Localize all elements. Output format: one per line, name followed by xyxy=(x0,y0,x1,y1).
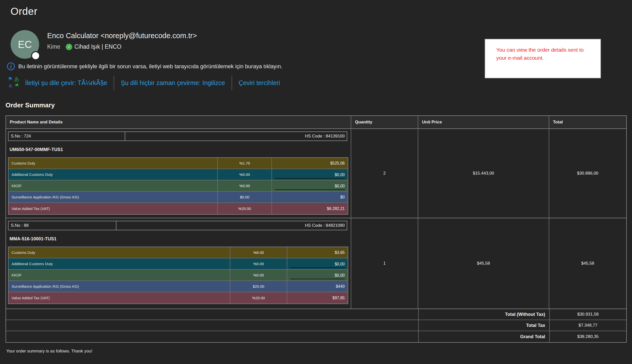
annotation-text: You can view the order details sent to y… xyxy=(496,46,593,62)
translate-message-link[interactable]: İletiyi şu dile çevir: TÃ¼rkÃ§e xyxy=(25,79,107,87)
unit-price-cell: $45,58 xyxy=(418,218,549,309)
tax-row-vat: Value Added Tax (VAT) %20.00 $6.282,21 xyxy=(9,203,348,214)
to-label: Kime xyxy=(47,43,60,50)
column-header-total: Total xyxy=(549,116,626,128)
total-tax-row: Total Tax $7.348,77 xyxy=(6,320,626,331)
grand-total-value: $38.280,35 xyxy=(550,331,626,342)
sno-hs-bar: S.No : 88 HS Code : 84821090 xyxy=(8,221,347,230)
product-details-cell: S.No : 724 HS Code : 84139100 UM650-547-… xyxy=(6,129,351,218)
order-summary-heading: Order Summary xyxy=(6,101,55,109)
divider xyxy=(232,76,232,90)
tax-row-surveillance: Surveillance Application /KG (Gross KG) … xyxy=(9,281,348,292)
tax-row-additional-customs-duty: Additional Customs Duty %0.00 $0,00 xyxy=(9,258,348,270)
table-header-row: Product Name and Details Quantity Unit P… xyxy=(6,116,626,129)
total-tax-label: Total Tax xyxy=(419,320,550,331)
avatar[interactable]: EC xyxy=(11,30,39,59)
info-icon: i xyxy=(7,62,15,70)
tax-row-kkdf: KKDF %0.00 $0,00 xyxy=(9,180,348,192)
unit-price-cell: $15.443,00 xyxy=(418,129,549,218)
product-name: MMA-516-10001-TUS1 xyxy=(10,236,349,242)
hs-code: HS Code : 84821090 xyxy=(116,221,347,230)
product-name: UM650-547-00MMF-TUS1 xyxy=(10,147,349,152)
tax-table: Customs Duty %1.70 $525,06 Additional Cu… xyxy=(8,157,348,215)
order-summary-table: Product Name and Details Quantity Unit P… xyxy=(6,115,627,343)
serial-number: S.No : 724 xyxy=(9,132,125,140)
page-title: Order xyxy=(11,6,37,17)
recipient-name[interactable]: Cihad Işık | ENCO xyxy=(74,43,121,50)
sender-name[interactable]: Enco Calculator <noreply@futurecode.com.… xyxy=(47,32,197,40)
tax-row-additional-customs-duty: Additional Customs Duty %0.00 $0,00 xyxy=(9,169,348,180)
table-row: S.No : 88 HS Code : 84821090 MMA-516-100… xyxy=(6,218,626,309)
footer-note: Your order summary is as follows. Thank … xyxy=(6,349,92,354)
avatar-initials: EC xyxy=(18,39,32,50)
total-without-tax-value: $30.931,58 xyxy=(550,309,626,320)
tax-row-kkdf: KKDF %0.00 $0,00 xyxy=(9,270,348,281)
divider xyxy=(114,76,114,90)
total-tax-value: $7.348,77 xyxy=(550,320,626,331)
grand-total-row: Grand Total $38.280,35 xyxy=(6,331,626,342)
recipient-check-icon: ✓ xyxy=(66,44,72,50)
translate-bar: ⚑ あ a ⚑ İletiyi şu dile çevir: TÃ¼rkÃ§e … xyxy=(7,75,280,91)
hs-code: HS Code : 84139100 xyxy=(125,132,347,140)
view-in-browser-notice[interactable]: i Bu iletinin görüntülenme şekliyle ilgi… xyxy=(7,62,283,70)
column-header-product: Product Name and Details xyxy=(6,116,351,128)
total-without-tax-label: Total (Without Tax) xyxy=(419,309,550,320)
sno-hs-bar: S.No : 724 HS Code : 84139100 xyxy=(8,131,347,141)
translate-icon: ⚑ あ a ⚑ xyxy=(7,76,20,89)
tax-table: Customs Duty %8.00 $3,65 Additional Cust… xyxy=(8,247,348,304)
translation-preferences-link[interactable]: Çeviri tercihleri xyxy=(239,79,280,87)
presence-status-icon xyxy=(31,51,40,60)
quantity-cell: 1 xyxy=(351,218,418,309)
grand-total-label: Grand Total xyxy=(419,331,550,342)
column-header-unit-price: Unit Price xyxy=(418,116,549,128)
total-without-tax-row: Total (Without Tax) $30.931,58 xyxy=(6,309,626,320)
total-cell: $45,58 xyxy=(549,218,626,309)
notice-text: Bu iletinin görüntülenme şekliyle ilgili… xyxy=(18,63,283,70)
never-translate-link[interactable]: Şu dili hiçbir zaman çevirme: Ingilizce xyxy=(121,79,225,87)
tax-row-customs-duty: Customs Duty %1.70 $525,06 xyxy=(9,158,348,169)
table-row: S.No : 724 HS Code : 84139100 UM650-547-… xyxy=(6,129,626,218)
sender-row: EC Enco Calculator <noreply@futurecode.c… xyxy=(11,30,197,59)
column-header-quantity: Quantity xyxy=(351,116,418,128)
tax-row-vat: Value Added Tax (VAT) %20.00 $97,85 xyxy=(9,292,348,304)
annotation-callout: You can view the order details sent to y… xyxy=(485,39,601,78)
quantity-cell: 2 xyxy=(351,129,418,218)
tax-row-surveillance: Surveillance Application /KG (Gross KG) … xyxy=(9,192,348,203)
total-cell: $30.886,00 xyxy=(549,129,626,218)
tax-row-customs-duty: Customs Duty %8.00 $3,65 xyxy=(9,247,348,258)
serial-number: S.No : 88 xyxy=(9,221,116,230)
product-details-cell: S.No : 88 HS Code : 84821090 MMA-516-100… xyxy=(6,218,351,309)
